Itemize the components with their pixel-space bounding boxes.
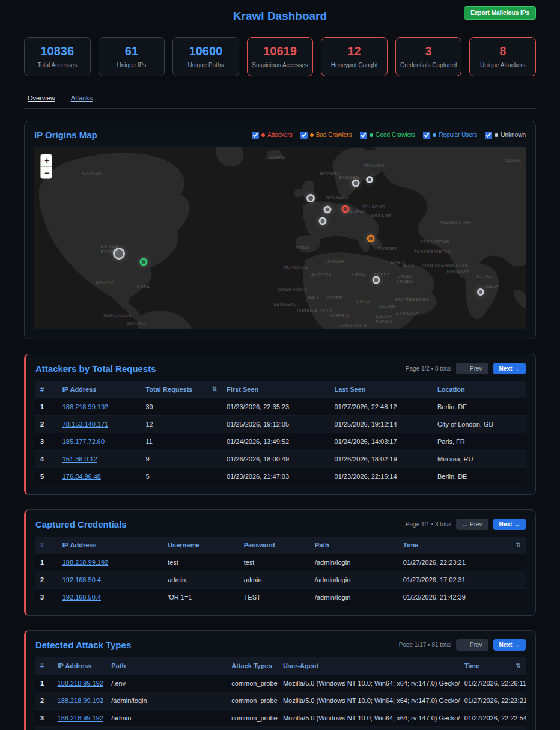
ip-cell: 185.177.72.60 xyxy=(58,433,141,451)
table-row: 278.153.140.1711201/25/2026, 19:12:0501/… xyxy=(35,416,526,433)
map-marker-unknown[interactable] xyxy=(113,248,125,260)
cell: /admin xyxy=(106,710,227,727)
captured-credentials-card: Captured Credentials Page 1/1 • 3 total … xyxy=(24,509,536,616)
ip-link[interactable]: 188.218.99.192 xyxy=(58,714,103,722)
cell: /.env xyxy=(106,675,227,692)
map-marker-attacker[interactable] xyxy=(341,205,349,213)
cell: test xyxy=(163,554,239,571)
legend-checkbox[interactable] xyxy=(485,132,492,139)
col-ip-address: IP Address xyxy=(53,657,107,675)
legend-unknown[interactable]: Unknown xyxy=(485,132,526,139)
sort-icon[interactable]: ⇅ xyxy=(516,662,521,669)
map-marker-good-crawler[interactable] xyxy=(140,258,148,266)
legend-checkbox[interactable] xyxy=(252,132,259,139)
ip-cell: 78.153.140.171 xyxy=(58,416,141,433)
ip-link[interactable]: 188.218.99.192 xyxy=(58,697,103,704)
ip-link[interactable]: 192.168.50.4 xyxy=(62,576,101,583)
legend-bad-crawlers[interactable]: Bad Crawlers xyxy=(300,132,352,139)
tab-attacks[interactable]: Attacks xyxy=(71,94,93,102)
ip-link[interactable]: 176.84.96.48 xyxy=(62,473,101,480)
sort-icon[interactable]: ⇅ xyxy=(516,541,521,548)
cell: 01/27/2026, 22:48:12 xyxy=(330,398,433,416)
next-button[interactable]: Next → xyxy=(493,639,526,651)
stat-label: Total Accesses xyxy=(27,62,88,68)
map-marker-bad-crawler[interactable] xyxy=(367,234,375,242)
prev-button[interactable]: ← Prev xyxy=(456,639,488,651)
ip-origins-map[interactable]: + − ICELANDRUSSIACANADANORWAYFINLANDSWED… xyxy=(34,147,526,329)
table-row: 5176.84.96.48501/23/2026, 21:47:0301/23/… xyxy=(35,468,526,485)
legend-good-crawlers[interactable]: Good Crawlers xyxy=(360,132,416,139)
map-marker-unknown[interactable] xyxy=(306,194,315,202)
table-row: 1188.218.99.192/.envcommon_probesMozilla… xyxy=(35,675,526,692)
legend-regular-users[interactable]: Regular Users xyxy=(423,132,477,139)
next-button[interactable]: Next → xyxy=(493,519,526,530)
ip-cell: 192.168.50.4 xyxy=(58,571,163,589)
prev-button[interactable]: ← Prev xyxy=(456,519,488,530)
row-index: 3 xyxy=(35,710,53,727)
credentials-pagination: Page 1/1 • 3 total ← Prev Next → xyxy=(406,519,526,530)
ip-link[interactable]: 151.36.0.12 xyxy=(62,455,97,463)
stat-value: 10619 xyxy=(250,44,311,58)
zoom-in-button[interactable]: + xyxy=(41,154,52,166)
ip-link[interactable]: 185.177.72.60 xyxy=(62,438,105,445)
legend-label: Attackers xyxy=(267,132,293,138)
zoom-out-button[interactable]: − xyxy=(41,166,52,178)
table-header-row: # IP Address Username Password Path Time… xyxy=(35,537,526,554)
attacks-table: # IP Address Path Attack Types User-Agen… xyxy=(35,657,526,730)
export-malicious-ips-button[interactable]: Export Malicious IPs xyxy=(464,6,536,20)
legend-dot-icon xyxy=(433,133,436,137)
ip-link[interactable]: 188.218.99.192 xyxy=(62,403,108,410)
stat-unique-attackers: 8 Unique Attackers xyxy=(469,37,536,76)
stat-honeypot-caught: 12 Honeypot Caught xyxy=(321,37,388,76)
col-time: Time⇅ xyxy=(398,537,526,554)
table-row: 4104.23.223.128/wp-admin/setup-config.ph… xyxy=(35,727,526,730)
attackers-table-body: 1188.218.99.1923901/23/2026, 22:35:2301/… xyxy=(35,398,526,485)
legend-label: Regular Users xyxy=(439,132,477,138)
map-marker-unknown[interactable] xyxy=(366,176,373,183)
next-button[interactable]: Next → xyxy=(493,363,526,374)
cell: 39 xyxy=(141,398,222,416)
stats-row: 10836 Total Accesses 61 Unique IPs 10600… xyxy=(24,37,536,76)
attackers-card-head: Attackers by Total Requests Page 1/2 • 8… xyxy=(35,363,526,374)
stat-value: 61 xyxy=(102,44,162,58)
ip-cell: 188.218.99.192 xyxy=(53,675,107,692)
legend-checkbox[interactable] xyxy=(360,132,367,139)
cell: 5 xyxy=(141,468,222,485)
row-index: 3 xyxy=(35,589,58,606)
page-info: Page 1/17 • 81 total xyxy=(399,642,451,648)
cell: 01/27/2026, 19:38:59 xyxy=(460,727,526,730)
map-marker-unknown[interactable] xyxy=(477,288,484,296)
ip-link[interactable]: 78.153.140.171 xyxy=(62,421,108,428)
col-index: # xyxy=(35,537,58,554)
ip-link[interactable]: 192.168.50.4 xyxy=(62,594,101,601)
stat-unique-paths: 10600 Unique Paths xyxy=(172,37,239,76)
table-header-row: # IP Address Total Requests⇅ First Seen … xyxy=(35,381,526,398)
cell: 01/26/2026, 18:02:19 xyxy=(330,451,433,468)
cell: /admin/login xyxy=(310,554,398,571)
map-marker-unknown[interactable] xyxy=(324,205,332,213)
attacks-title: Detected Attack Types xyxy=(35,640,131,650)
sort-icon[interactable]: ⇅ xyxy=(212,386,217,392)
legend-checkbox[interactable] xyxy=(300,132,308,139)
stat-label: Unique Paths xyxy=(175,62,236,68)
col-first-seen: First Seen xyxy=(222,381,330,398)
cell: 01/27/2026, 17:02:31 xyxy=(398,571,526,589)
cell: Mozilla/5.0 (Windows NT 10.0; Win64; x64… xyxy=(278,727,460,730)
legend-attackers[interactable]: Attackers xyxy=(252,132,293,139)
credentials-card-head: Captured Credentials Page 1/1 • 3 total … xyxy=(35,519,526,530)
tab-overview[interactable]: Overview xyxy=(28,94,55,102)
ip-cell: 104.23.223.128 xyxy=(53,727,107,730)
map-marker-unknown[interactable] xyxy=(352,180,359,187)
cell: 01/24/2026, 13:49:52 xyxy=(222,433,330,451)
ip-cell: 188.218.99.192 xyxy=(58,398,141,416)
ip-link[interactable]: 188.218.99.192 xyxy=(58,680,103,687)
ip-link[interactable]: 188.218.99.192 xyxy=(62,559,108,566)
row-index: 4 xyxy=(35,727,53,730)
map-marker-unknown[interactable] xyxy=(372,276,380,284)
col-index: # xyxy=(35,657,53,675)
prev-button[interactable]: ← Prev xyxy=(456,363,488,374)
attacks-card-head: Detected Attack Types Page 1/17 • 81 tot… xyxy=(35,639,526,651)
cell: /admin/login xyxy=(106,692,227,710)
legend-checkbox[interactable] xyxy=(423,132,430,139)
map-marker-unknown[interactable] xyxy=(319,217,327,225)
